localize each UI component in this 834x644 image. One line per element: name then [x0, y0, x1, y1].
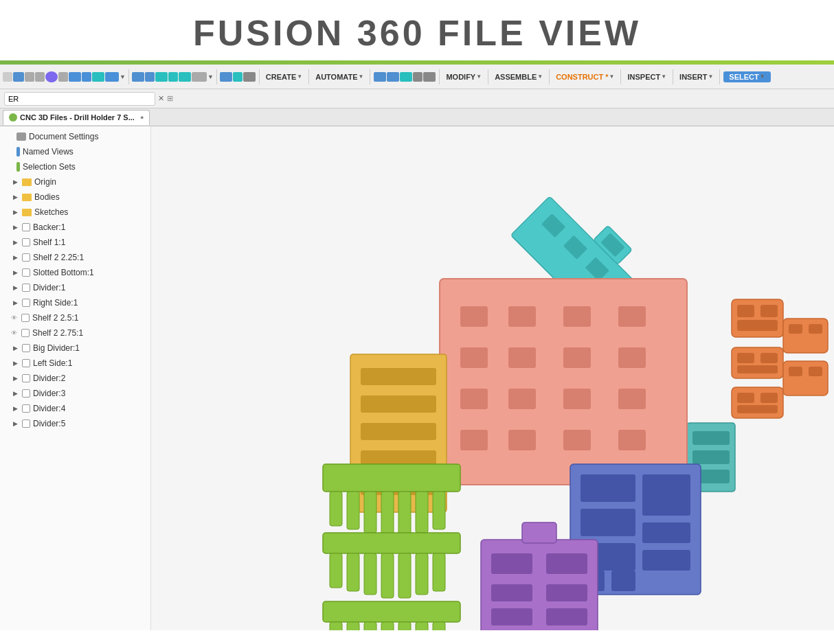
- checkbox-right-side[interactable]: [22, 299, 30, 307]
- expand-document-settings[interactable]: [5, 133, 14, 141]
- toolbar-icon-23[interactable]: [413, 72, 422, 82]
- expand-shelf2-225[interactable]: ▶: [11, 253, 19, 262]
- toolbar-icon-21[interactable]: [387, 72, 399, 82]
- expand-sketches[interactable]: ▶: [11, 208, 19, 216]
- expand-left-side[interactable]: ▶: [11, 359, 19, 367]
- toolbar-dropdown-arrow[interactable]: ▼: [120, 73, 126, 80]
- toolbar-icon-5[interactable]: [45, 71, 58, 82]
- toolbar-assemble[interactable]: ASSEMBLE ▼: [492, 71, 545, 82]
- checkbox-shelf2-225[interactable]: [22, 253, 30, 262]
- search-clear-button[interactable]: ✕: [158, 94, 164, 103]
- toolbar-icon-9[interactable]: [92, 72, 104, 82]
- svg-rect-75: [398, 622, 411, 630]
- toolbar-inspect[interactable]: INSPECT ▼: [624, 71, 669, 82]
- toolbar-left-icons: ▼ ▼: [3, 69, 256, 84]
- sidebar-item-named-views[interactable]: Named Views: [0, 144, 150, 159]
- sidebar-item-big-divider[interactable]: ▶ Big Divider:1: [0, 341, 150, 356]
- expand-named-views[interactable]: [5, 148, 14, 156]
- tab-dot-cnc[interactable]: ●: [140, 114, 144, 121]
- toolbar-icon-6[interactable]: [58, 72, 68, 82]
- sidebar-item-document-settings[interactable]: Document Settings: [0, 129, 150, 144]
- toolbar-icon-19[interactable]: [243, 72, 256, 82]
- sidebar-item-shelf1[interactable]: ▶ Shelf 1:1: [0, 235, 150, 250]
- expand-slotted-bottom[interactable]: ▶: [11, 268, 19, 277]
- tab-cnc-files[interactable]: CNC 3D Files - Drill Holder 7 S... ●: [3, 110, 150, 125]
- checkbox-divider4[interactable]: [22, 404, 30, 413]
- toolbar-icon-7[interactable]: [69, 72, 81, 82]
- toolbar-create[interactable]: CREATE ▼: [263, 71, 305, 82]
- checkbox-backer1[interactable]: [22, 223, 30, 231]
- sidebar-item-sketches[interactable]: ▶ Sketches: [0, 205, 150, 220]
- sidebar-item-shelf2-225[interactable]: ▶ Shelf 2 2.25:1: [0, 250, 150, 265]
- expand-backer1[interactable]: ▶: [11, 223, 19, 231]
- toolbar-icon-12[interactable]: [145, 72, 155, 82]
- checkbox-divider2[interactable]: [22, 374, 30, 382]
- expand-divider2[interactable]: ▶: [11, 374, 19, 382]
- expand-bodies[interactable]: ▶: [11, 193, 19, 201]
- checkbox-left-side[interactable]: [22, 359, 30, 367]
- checkbox-divider5[interactable]: [22, 419, 30, 428]
- checkbox-shelf2-25[interactable]: [21, 314, 30, 322]
- toolbar-icon-8[interactable]: [82, 72, 91, 82]
- viewport[interactable]: [151, 126, 834, 630]
- sidebar-item-right-side[interactable]: ▶ Right Side:1: [0, 295, 150, 310]
- svg-rect-72: [347, 622, 359, 630]
- expand-origin[interactable]: ▶: [11, 178, 19, 186]
- expand-shelf1[interactable]: ▶: [11, 238, 19, 246]
- sidebar-item-left-side[interactable]: ▶ Left Side:1: [0, 356, 150, 371]
- toolbar-icon-15[interactable]: [179, 72, 191, 82]
- svg-rect-15: [760, 353, 778, 363]
- search-filter-icon[interactable]: ⊞: [167, 94, 173, 103]
- toolbar-icon-14[interactable]: [168, 72, 178, 82]
- search-input[interactable]: [4, 92, 155, 106]
- toolbar-insert[interactable]: INSERT ▼: [677, 71, 716, 82]
- toolbar-icon-13[interactable]: [155, 72, 168, 82]
- toolbar-icon-1[interactable]: [3, 72, 12, 82]
- sidebar-item-backer1[interactable]: ▶ Backer:1: [0, 220, 150, 235]
- expand-right-side[interactable]: ▶: [11, 299, 19, 307]
- create-arrow: ▼: [297, 73, 302, 80]
- toolbar-icon-3[interactable]: [25, 72, 34, 82]
- sidebar-item-bodies[interactable]: ▶ Bodies: [0, 189, 150, 205]
- toolbar-select[interactable]: SELECT ▼: [723, 71, 770, 82]
- checkbox-divider3[interactable]: [22, 389, 30, 398]
- checkbox-shelf2-275[interactable]: [21, 329, 30, 337]
- checkbox-big-divider[interactable]: [22, 344, 30, 352]
- toolbar-automate[interactable]: AUTOMATE ▼: [313, 71, 366, 82]
- toolbar-icon-22[interactable]: [400, 72, 412, 82]
- expand-divider4[interactable]: ▶: [11, 404, 19, 413]
- toolbar-icon-20[interactable]: [374, 72, 386, 82]
- sidebar-item-divider4[interactable]: ▶ Divider:4: [0, 401, 150, 416]
- sidebar-item-divider3[interactable]: ▶ Divider:3: [0, 386, 150, 401]
- toolbar-modify[interactable]: MODIFY ▼: [443, 71, 484, 82]
- toolbar-icon-11[interactable]: [132, 72, 144, 82]
- expand-big-divider[interactable]: ▶: [11, 344, 19, 352]
- toolbar-dropdown-arrow-2[interactable]: ▼: [207, 73, 214, 80]
- expand-divider3[interactable]: ▶: [11, 389, 19, 398]
- sidebar-item-divider1[interactable]: ▶ Divider:1: [0, 280, 150, 295]
- expand-divider5[interactable]: ▶: [11, 419, 19, 428]
- toolbar-icon-18[interactable]: [233, 72, 243, 82]
- sidebar-item-slotted-bottom[interactable]: ▶ Slotted Bottom:1: [0, 265, 150, 280]
- sidebar-item-shelf2-25[interactable]: 👁 Shelf 2 2.5:1: [0, 310, 150, 325]
- sidebar-item-divider2[interactable]: ▶ Divider:2: [0, 371, 150, 386]
- assemble-label: ASSEMBLE: [495, 73, 537, 81]
- toolbar-icon-2[interactable]: [13, 72, 24, 82]
- checkbox-shelf1[interactable]: [22, 238, 30, 246]
- toolbar-icon-17[interactable]: [220, 72, 232, 82]
- toolbar-construct[interactable]: CONSTRUCT * ▼: [553, 71, 617, 82]
- expand-selection-sets[interactable]: [5, 163, 14, 171]
- sidebar-item-shelf2-275[interactable]: 👁 Shelf 2 2.75:1: [0, 325, 150, 341]
- svg-rect-24: [783, 361, 828, 395]
- expand-divider1[interactable]: ▶: [11, 284, 19, 292]
- toolbar-icon-10[interactable]: [105, 72, 119, 82]
- sidebar-item-origin[interactable]: ▶ Origin: [0, 174, 150, 189]
- toolbar-icon-16[interactable]: [192, 72, 207, 82]
- toolbar-icon-24[interactable]: [423, 72, 436, 82]
- checkbox-slotted-bottom[interactable]: [22, 268, 30, 277]
- svg-rect-55: [330, 492, 342, 526]
- toolbar-icon-4[interactable]: [35, 72, 45, 82]
- checkbox-divider1[interactable]: [22, 284, 30, 292]
- sidebar-item-divider5[interactable]: ▶ Divider:5: [0, 416, 150, 431]
- sidebar-item-selection-sets[interactable]: Selection Sets: [0, 159, 150, 174]
